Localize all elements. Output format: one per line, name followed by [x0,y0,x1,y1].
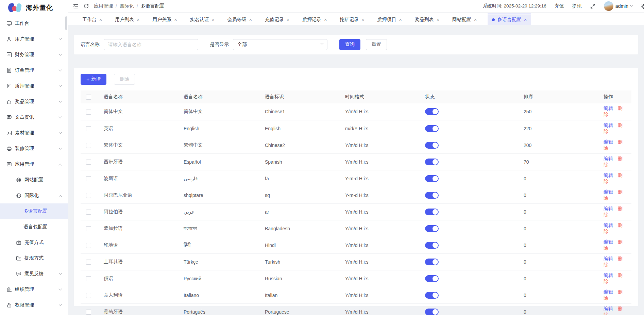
sidebar-item-提现方式[interactable]: 提现方式 [0,250,68,266]
status-toggle[interactable] [425,209,439,215]
collapse-sidebar-icon[interactable] [73,3,79,9]
edit-link[interactable]: 编辑 [604,105,613,111]
row-checkbox[interactable] [86,143,91,148]
status-toggle[interactable] [425,309,439,315]
status-toggle[interactable] [425,275,439,282]
row-checkbox[interactable] [86,160,91,165]
status-toggle[interactable] [425,225,439,232]
sidebar-item-订单管理[interactable]: 订单管理 [0,63,68,78]
tab-close-icon[interactable]: × [474,17,477,22]
tab-close-icon[interactable]: × [361,17,364,22]
edit-link[interactable]: 编辑 [604,139,613,145]
tab-工作台[interactable]: 工作台× [80,14,104,25]
status-toggle[interactable] [425,242,439,249]
status-toggle[interactable] [425,108,439,115]
status-toggle[interactable] [425,159,439,165]
row-checkbox[interactable] [86,260,91,265]
select-all-checkbox[interactable] [86,95,91,100]
sidebar-item-组织管理[interactable]: 组织管理 [0,282,68,297]
tab-close-icon[interactable]: × [287,17,289,22]
sidebar-item-质押管理[interactable]: 质押管理 [0,78,68,94]
edit-link[interactable]: 编辑 [604,306,613,311]
status-toggle[interactable] [425,175,439,182]
sidebar-item-用户管理[interactable]: 用户管理 [0,31,68,47]
sidebar-item-权限管理[interactable]: 权限管理 [0,297,68,313]
tab-挖矿记录[interactable]: 挖矿记录× [338,14,366,25]
status-toggle[interactable] [425,125,439,132]
status-toggle[interactable] [425,142,439,149]
tab-close-icon[interactable]: × [437,17,439,22]
tab-实名认证[interactable]: 实名认证× [188,14,217,25]
row-checkbox[interactable] [86,126,91,131]
tab-close-icon[interactable]: × [324,17,327,22]
status-toggle[interactable] [425,192,439,199]
tab-多语言配置[interactable]: 多语言配置× [488,14,531,25]
search-button[interactable]: 查询 [339,39,360,50]
row-checkbox[interactable] [86,243,91,248]
avatar[interactable] [604,1,613,11]
tab-close-icon[interactable]: × [249,17,252,22]
tab-用户列表[interactable]: 用户列表× [113,14,141,25]
row-checkbox[interactable] [86,176,91,181]
edit-link[interactable]: 编辑 [604,256,613,261]
edit-link[interactable]: 编辑 [604,172,613,178]
tab-close-icon[interactable]: × [212,17,215,22]
row-checkbox[interactable] [86,210,91,215]
tab-充值记录[interactable]: 充值记录× [263,14,291,25]
row-checkbox[interactable] [86,110,91,115]
tab-质押记录[interactable]: 质押记录× [300,14,329,25]
sidebar-item-装修管理[interactable]: 装修管理 [0,141,68,156]
sidebar-item-充值方式[interactable]: 充值方式 [0,235,68,250]
add-button[interactable]: + 新增 [81,74,106,85]
row-checkbox[interactable] [86,310,91,315]
row-checkbox[interactable] [86,226,91,231]
sidebar-item-国际化[interactable]: 国际化 [0,188,68,203]
withdraw-link[interactable]: 提现 [572,3,582,9]
edit-link[interactable]: 编辑 [604,156,613,161]
fullscreen-icon[interactable] [590,3,596,9]
breadcrumb-item[interactable]: 应用管理 [94,3,113,9]
sidebar-item-工作台[interactable]: 工作台 [0,16,68,31]
sidebar-item-财务管理[interactable]: 财务管理 [0,47,68,63]
tab-close-icon[interactable]: × [399,17,402,22]
sidebar-item-应用管理[interactable]: 应用管理 [0,156,68,172]
edit-link[interactable]: 编辑 [604,272,613,278]
row-checkbox[interactable] [86,293,91,298]
row-checkbox[interactable] [86,193,91,198]
sidebar-item-文章资讯[interactable]: 文章资讯 [0,110,68,125]
sidebar-item-语言包配置[interactable]: 语言包配置 [0,219,68,235]
refresh-icon[interactable] [83,3,89,9]
tab-用户关系[interactable]: 用户关系× [150,14,179,25]
sidebar-item-意见反馈[interactable]: 意见反馈 [0,266,68,282]
edit-link[interactable]: 编辑 [604,122,613,128]
language-name-input[interactable] [104,39,198,50]
recharge-link[interactable]: 充值 [555,3,564,9]
user-menu[interactable]: admin [604,1,632,11]
sidebar-item-奖品管理[interactable]: 奖品管理 [0,94,68,110]
edit-link[interactable]: 编辑 [604,206,613,211]
row-checkbox[interactable] [86,276,91,281]
status-toggle[interactable] [425,292,439,299]
status-toggle[interactable] [425,259,439,265]
edit-link[interactable]: 编辑 [604,239,613,245]
edit-link[interactable]: 编辑 [604,222,613,228]
tab-质押项目[interactable]: 质押项目× [375,14,404,25]
breadcrumb-item[interactable]: 国际化 [120,3,134,9]
sidebar-scrollbar[interactable] [65,16,67,30]
sidebar-item-多语言配置[interactable]: 多语言配置 [0,203,68,219]
reset-button[interactable]: 重置 [366,39,387,50]
tab-会员等级[interactable]: 会员等级× [225,14,254,25]
sidebar-item-网站配置[interactable]: 网站配置 [0,172,68,188]
visible-select[interactable]: 全部 [233,39,327,50]
tab-close-icon[interactable]: × [137,17,139,22]
tab-网站配置[interactable]: 网站配置× [450,14,479,25]
tab-close-icon[interactable]: × [174,17,177,22]
delete-button[interactable]: 删除 [114,74,135,85]
edit-link[interactable]: 编辑 [604,189,613,195]
sidebar-item-素材管理[interactable]: 素材管理 [0,125,68,141]
tab-close-icon[interactable]: × [524,17,527,22]
settings-gear-icon[interactable] [641,3,644,9]
tab-奖品列表[interactable]: 奖品列表× [413,14,441,25]
tab-close-icon[interactable]: × [99,17,102,22]
edit-link[interactable]: 编辑 [604,289,613,295]
